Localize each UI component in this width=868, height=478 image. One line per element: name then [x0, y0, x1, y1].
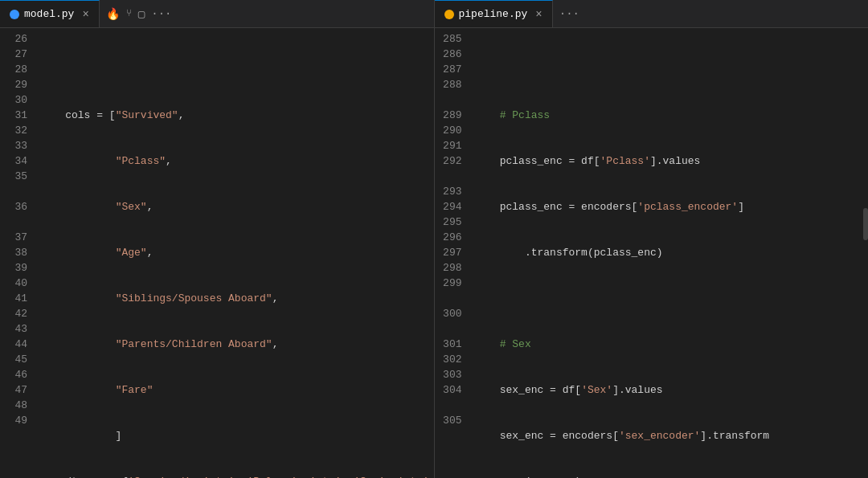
- python-icon: [10, 10, 19, 19]
- right-line-numbers: 285 286 287 288 289 290 291 292 293 294 …: [435, 28, 469, 478]
- left-code-content[interactable]: cols = ["Survived", "Pclass", "Sex", "Ag…: [34, 28, 434, 478]
- code-line: "Pclass",: [40, 153, 434, 169]
- code-line: "Age",: [40, 245, 434, 260]
- right-code-content[interactable]: # Pclass pclass_enc = df['Pclass'].value…: [469, 28, 869, 478]
- tab-close-model[interactable]: ×: [82, 8, 88, 21]
- tab-close-pipeline[interactable]: ×: [535, 8, 542, 21]
- code-line: "Sex",: [40, 199, 434, 214]
- code-line: # Pclass: [475, 108, 869, 123]
- code-line: cols = ["Survived",: [40, 108, 434, 123]
- code-line: "Fare": [40, 382, 434, 398]
- tab-label-pipeline: pipeline.py: [459, 8, 528, 20]
- tab-bar: model.py × 🔥 ⑂ ▢ ··· pipeline.py × ···: [0, 0, 868, 28]
- flame-icon[interactable]: 🔥: [106, 7, 120, 21]
- git-icon[interactable]: ⑂: [126, 8, 132, 19]
- code-line: "Parents/Children Aboard",: [40, 337, 434, 352]
- code-line: sex_enc = encoders['sex_encoder'].transf…: [475, 428, 869, 443]
- right-editor-pane: 285 286 287 288 289 290 291 292 293 294 …: [434, 28, 869, 478]
- more-icon[interactable]: ···: [151, 7, 171, 20]
- right-tab-group: pipeline.py × ···: [435, 0, 869, 27]
- left-tab-group: model.py × 🔥 ⑂ ▢ ···: [0, 0, 434, 27]
- code-line: [40, 62, 434, 77]
- left-line-numbers: 26 27 28 29 30 31 32 33 34 35 36 37 38 3…: [0, 28, 34, 478]
- code-line: # Sex: [475, 337, 869, 352]
- tab-model-py[interactable]: model.py ×: [0, 0, 100, 27]
- code-line: ]: [40, 428, 434, 443]
- code-line: pclass_enc = encoders['pclass_encoder']: [475, 199, 869, 214]
- right-more-icon[interactable]: ···: [559, 7, 579, 20]
- left-tab-actions: 🔥 ⑂ ▢ ···: [100, 7, 178, 21]
- editor-container: 26 27 28 29 30 31 32 33 34 35 36 37 38 3…: [0, 28, 868, 478]
- right-tab-actions: ···: [553, 7, 586, 20]
- right-scrollbar[interactable]: [862, 28, 868, 478]
- tab-label-model: model.py: [24, 8, 74, 20]
- code-line: .transform(pclass_enc): [475, 245, 869, 260]
- split-icon[interactable]: ▢: [138, 7, 145, 21]
- code-line: "Siblings/Spouses Aboard",: [40, 291, 434, 306]
- python-icon-right: [444, 10, 454, 19]
- code-line: sex_enc = df['Sex'].values: [475, 382, 869, 398]
- tab-pipeline-py[interactable]: pipeline.py ×: [435, 0, 553, 27]
- code-line: (sex_enc): [475, 474, 869, 478]
- left-editor-pane: 26 27 28 29 30 31 32 33 34 35 36 37 38 3…: [0, 28, 434, 478]
- code-line: dtypes = {'Survived': 'str', 'Pclass': '…: [40, 474, 434, 478]
- left-code-area: 26 27 28 29 30 31 32 33 34 35 36 37 38 3…: [0, 28, 434, 478]
- code-line: pclass_enc = df['Pclass'].values: [475, 153, 869, 169]
- right-scrollbar-thumb: [863, 208, 868, 240]
- code-line: [475, 62, 869, 77]
- right-code-area: 285 286 287 288 289 290 291 292 293 294 …: [435, 28, 869, 478]
- code-line: [475, 291, 869, 306]
